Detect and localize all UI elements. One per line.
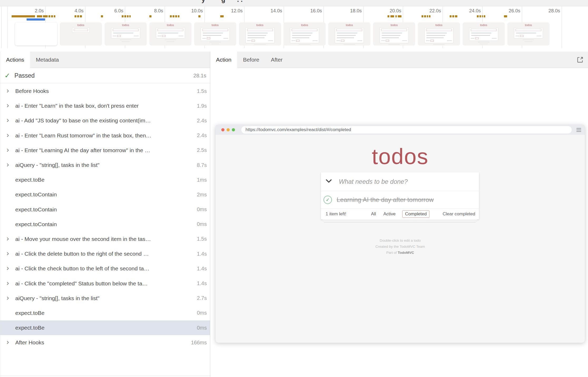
- action-duration: 1ms: [197, 177, 207, 183]
- filmstrip-thumbnail[interactable]: todos: [328, 22, 370, 46]
- action-row[interactable]: ›ai - Move your mouse over the second it…: [0, 232, 210, 246]
- action-label: expect.toContain: [15, 191, 57, 198]
- action-row[interactable]: ›aiQuery - "string[], tasks in the list"…: [0, 291, 210, 306]
- action-duration: 1.5s: [197, 88, 207, 94]
- action-row[interactable]: expect.toBe0ms: [0, 306, 210, 320]
- minimize-window-icon[interactable]: [227, 128, 230, 131]
- filmstrip-thumbnail[interactable]: todos: [239, 22, 281, 46]
- filmstrip-thumbnail[interactable]: todos: [60, 22, 102, 46]
- maximize-window-icon[interactable]: [232, 128, 235, 131]
- action-row[interactable]: ›ai - Add "JS today" to base on the exis…: [0, 113, 210, 128]
- action-row[interactable]: expect.toBe0ms: [0, 320, 210, 335]
- thumbnail-todos-title: todos: [283, 22, 326, 27]
- thumbnail-todos-title: todos: [194, 22, 236, 27]
- filmstrip-thumbnail[interactable]: todos: [283, 22, 326, 46]
- action-span-marker: [77, 15, 79, 17]
- panel-bottom-divider: [0, 376, 210, 376]
- action-span-marker: [484, 15, 485, 17]
- filmstrip-thumbnail[interactable]: todos: [105, 22, 147, 46]
- expand-chevron-icon[interactable]: ›: [7, 117, 9, 124]
- action-duration: 1.4s: [197, 280, 207, 286]
- expand-chevron-icon[interactable]: ›: [7, 235, 9, 242]
- action-row[interactable]: ›aiQuery - "string[], tasks in the list"…: [0, 158, 210, 172]
- action-span-marker: [178, 15, 179, 17]
- action-row[interactable]: expect.toContain0ms: [0, 202, 210, 217]
- filmstrip-thumbnail[interactable]: todos: [507, 22, 550, 46]
- expand-chevron-icon[interactable]: ›: [7, 294, 9, 301]
- app-hints: Double-click to edit a todo Created by t…: [215, 237, 585, 256]
- filter-completed[interactable]: Completed: [402, 210, 429, 218]
- timeline-tick-label: 16.0s: [298, 8, 322, 14]
- action-span-marker: [51, 15, 53, 17]
- test-status-label: Passed: [14, 72, 35, 79]
- action-row[interactable]: ›Before Hooks1.5s: [0, 84, 210, 98]
- tab-before[interactable]: Before: [237, 52, 265, 68]
- filmstrip-thumbnail[interactable]: todos: [373, 22, 415, 46]
- action-label: ai - Click the delete button to the righ…: [15, 251, 149, 257]
- action-row[interactable]: ›ai - Enter "Learning AI the day after t…: [0, 143, 210, 158]
- action-row[interactable]: expect.toContain0ms: [0, 217, 210, 232]
- filmstrip-thumbnail[interactable]: todos: [149, 22, 192, 46]
- filter-active[interactable]: Active: [383, 211, 396, 217]
- clear-completed-button[interactable]: Clear completed: [443, 211, 475, 217]
- address-bar[interactable]: https://todomvc.com/examples/react/dist/…: [241, 126, 572, 133]
- action-row[interactable]: ›ai - Enter "Learn Rust tomorrow" in the…: [0, 128, 210, 143]
- timeline-tick-label: 2.0s: [20, 8, 44, 14]
- action-label: Before Hooks: [15, 88, 49, 94]
- clipped-title-fragment: . .: [237, 0, 243, 3]
- menu-icon[interactable]: [576, 128, 581, 132]
- expand-chevron-icon[interactable]: ›: [7, 132, 9, 139]
- action-span-marker: [175, 15, 177, 17]
- hint-credits: Created by the TodoMVC Team: [215, 244, 585, 250]
- action-span-marker: [198, 15, 200, 17]
- expand-chevron-icon[interactable]: ›: [7, 265, 9, 272]
- toggle-all-chevron-icon[interactable]: [326, 179, 332, 184]
- close-window-icon[interactable]: [221, 128, 224, 131]
- action-span-marker: [170, 15, 172, 17]
- expand-chevron-icon[interactable]: ›: [7, 161, 9, 168]
- action-span-marker: [395, 15, 397, 17]
- expand-chevron-icon[interactable]: ›: [7, 280, 9, 287]
- new-todo-input[interactable]: What needs to be done?: [339, 178, 408, 185]
- timeline-tick-label: 28.0s: [536, 8, 560, 14]
- tab-action[interactable]: Action: [210, 52, 237, 68]
- filmstrip-thumbnail[interactable]: [15, 22, 57, 46]
- filmstrip-thumbnail[interactable]: todos: [194, 22, 236, 46]
- todo-item-text[interactable]: Learning AI the day after tomorrow: [337, 196, 434, 204]
- action-row[interactable]: ›After Hooks166ms: [0, 335, 210, 350]
- thumbnail-todos-title: todos: [373, 22, 415, 27]
- action-row[interactable]: ›ai - Click the "completed" Status butto…: [0, 276, 210, 291]
- action-span-marker: [75, 15, 76, 17]
- filmstrip-thumbnail[interactable]: todos: [463, 22, 505, 46]
- action-duration: 1.4s: [197, 266, 207, 272]
- action-span-marker: [390, 15, 394, 17]
- timeline-tick-label: 30.0s: [576, 8, 588, 14]
- expand-chevron-icon[interactable]: ›: [7, 250, 9, 257]
- expand-chevron-icon[interactable]: ›: [7, 146, 9, 153]
- action-row[interactable]: ›ai - Click the delete button to the rig…: [0, 246, 210, 261]
- thumbnail-todos-title: todos: [463, 22, 505, 27]
- filter-all[interactable]: All: [370, 211, 376, 217]
- tab-metadata[interactable]: Metadata: [30, 52, 65, 68]
- expand-chevron-icon[interactable]: ›: [7, 87, 9, 95]
- snapshot-browser-window[interactable]: https://todomvc.com/examples/react/dist/…: [215, 125, 585, 343]
- timeline-filmstrip[interactable]: 2.0s4.0s6.0s8.0s10.0s12.0s14.0s16.0s18.0…: [0, 7, 588, 52]
- todo-toggle-checked-icon[interactable]: ✓: [324, 196, 332, 204]
- expand-chevron-icon[interactable]: ›: [7, 339, 9, 346]
- action-row[interactable]: ›ai - Enter "Learn" in the task box, don…: [0, 98, 210, 113]
- timeline-tick-label: 22.0s: [417, 8, 441, 14]
- action-row[interactable]: expect.toContain2ms: [0, 187, 210, 202]
- action-row[interactable]: expect.toBe1ms: [0, 172, 210, 187]
- tab-actions[interactable]: Actions: [0, 52, 30, 68]
- action-row[interactable]: ›ai - Click the check button to the left…: [0, 261, 210, 276]
- tab-after[interactable]: After: [265, 52, 288, 68]
- action-label: expect.toContain: [15, 221, 57, 227]
- open-snapshot-external-icon[interactable]: [576, 56, 584, 63]
- action-label: expect.toBe: [15, 325, 45, 331]
- card-stack-edge: [322, 220, 477, 221]
- action-span-marker: [455, 15, 457, 17]
- timeline-tick-label: 20.0s: [378, 8, 401, 14]
- filmstrip-thumbnail[interactable]: todos: [418, 22, 460, 46]
- clipped-title-fragment: y: [202, 0, 205, 3]
- expand-chevron-icon[interactable]: ›: [7, 102, 9, 109]
